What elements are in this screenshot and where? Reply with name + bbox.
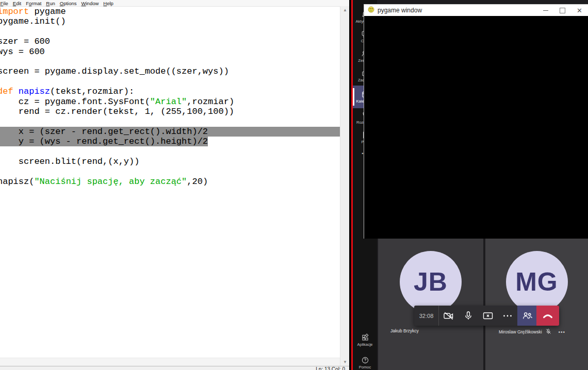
close-button[interactable]: ✕ <box>571 5 588 16</box>
avatar-initials: JB <box>414 267 448 297</box>
stop-share-icon <box>482 310 494 322</box>
minimize-icon <box>543 10 548 11</box>
pygame-title-bar[interactable]: pygame window ✕ <box>364 5 588 16</box>
menu-file[interactable]: File <box>0 1 10 6</box>
scroll-down-arrow-icon[interactable]: ▼ <box>340 358 350 366</box>
maximize-icon <box>560 8 565 13</box>
code-line[interactable] <box>0 146 340 156</box>
status-bar: Ln: 13 Col: 0 <box>0 366 349 370</box>
code-line[interactable] <box>0 27 340 37</box>
code-line[interactable] <box>0 77 340 87</box>
avatar: JB <box>400 251 462 313</box>
menu-run[interactable]: Run <box>44 1 57 6</box>
horizontal-scrollbar[interactable] <box>0 358 340 366</box>
participant-tile[interactable]: JB Jakub Brzykcy <box>378 239 483 370</box>
minimize-button[interactable] <box>537 5 554 16</box>
participant-more-options-icon[interactable]: ••• <box>559 329 566 335</box>
code-line[interactable] <box>0 166 340 176</box>
menu-format[interactable]: Format <box>24 1 44 6</box>
menu-window[interactable]: Window <box>79 1 101 6</box>
more-options-icon <box>502 310 513 322</box>
menu-edit[interactable]: Edit <box>10 1 23 6</box>
code-line[interactable] <box>0 116 340 126</box>
more-options-button[interactable] <box>498 306 517 326</box>
participant-name: Jakub Brzykcy <box>390 328 419 333</box>
camera-off-button[interactable] <box>439 306 459 326</box>
pygame-canvas <box>364 16 588 239</box>
window-title: pygame window <box>378 7 422 14</box>
code-line[interactable]: cz = pygame.font.SysFont("Arial",rozmiar… <box>0 97 340 107</box>
idle-editor-window: FileEditFormatRunOptionsWindowHelp impor… <box>0 0 350 370</box>
code-line[interactable]: pygame.init() <box>0 16 340 26</box>
code-line[interactable]: screen = pygame.display.set_mode((szer,w… <box>0 66 340 76</box>
code-line[interactable]: x = (szer - rend.get_rect().width)/2 <box>0 127 340 137</box>
help-icon <box>361 356 369 364</box>
call-timer: 32:08 <box>414 306 439 326</box>
participant-tile[interactable]: MG Miroslaw Gręźlikowski ••• <box>485 239 588 370</box>
participant-name: Miroslaw Gręźlikowski <box>499 329 542 334</box>
code-line[interactable]: szer = 600 <box>0 37 340 46</box>
vertical-scrollbar[interactable]: ▲ ▼ <box>340 6 350 366</box>
code-line[interactable]: napisz("Naciśnij spację, aby zacząć",20) <box>0 177 340 187</box>
menu-options[interactable]: Options <box>57 1 79 6</box>
scroll-up-arrow-icon[interactable]: ▲ <box>340 6 350 14</box>
code-line[interactable]: y = (wys - rend.get_rect().height)/2 <box>0 137 340 146</box>
pygame-window[interactable]: pygame window ✕ <box>364 4 588 239</box>
microphone-button[interactable] <box>459 306 478 326</box>
sidebar-item-aplikacje[interactable]: Aplikacje <box>353 331 377 349</box>
screen-share-border <box>351 0 353 370</box>
avatar-initials: MG <box>515 267 558 297</box>
code-line[interactable]: def napisz(tekst,rozmiar): <box>0 87 340 96</box>
screen: FileEditFormatRunOptionsWindowHelp impor… <box>0 0 588 370</box>
code-line[interactable]: rend = cz.render(tekst, 1, (255,100,100)… <box>0 107 340 116</box>
hang-up-button[interactable] <box>536 306 559 326</box>
sidebar-item-pomoc[interactable]: Pomoc <box>353 354 377 370</box>
camera-off-icon <box>443 310 454 322</box>
muted-mic-icon <box>545 328 551 335</box>
hang-up-icon <box>542 310 554 322</box>
show-participants-icon <box>521 310 533 322</box>
close-icon: ✕ <box>577 7 582 14</box>
code-line[interactable]: screen.blit(rend,(x,y)) <box>0 157 340 166</box>
cursor-position: Ln: 13 Col: 0 <box>316 366 345 370</box>
menu-help[interactable]: Help <box>101 1 116 6</box>
menu-bar: FileEditFormatRunOptionsWindowHelp <box>0 0 350 7</box>
call-controls-bar: 32:08 <box>414 306 559 326</box>
maximize-button[interactable] <box>554 5 571 16</box>
stop-share-button[interactable] <box>478 306 498 326</box>
pygame-icon <box>368 6 374 15</box>
apps-icon <box>361 333 369 342</box>
code-line[interactable]: import pygame <box>0 7 340 16</box>
show-participants-button[interactable] <box>517 306 536 326</box>
code-line[interactable]: wys = 600 <box>0 47 340 57</box>
microphone-icon <box>463 310 474 322</box>
code-area[interactable]: import pygamepygame.init()szer = 600wys … <box>0 7 340 187</box>
avatar: MG <box>506 251 568 313</box>
code-line[interactable] <box>0 57 340 66</box>
